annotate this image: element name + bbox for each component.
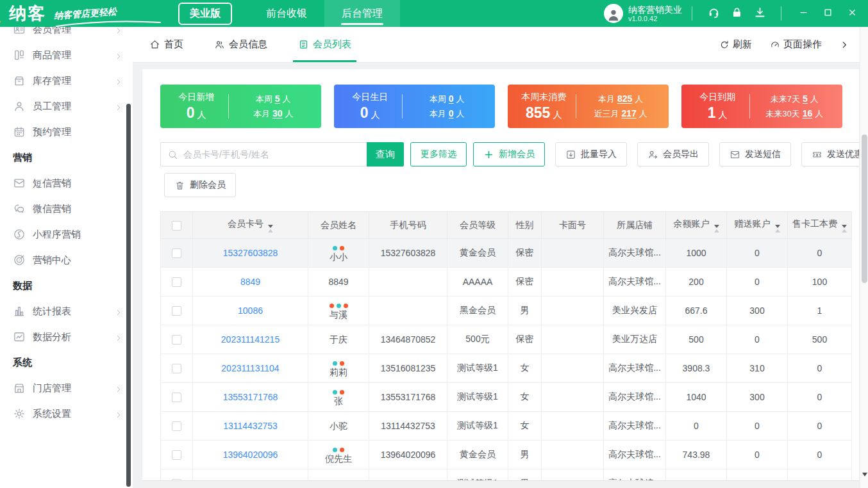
- row-checkbox[interactable]: [172, 421, 181, 431]
- cell-gift: 0: [727, 268, 788, 297]
- row-checkbox[interactable]: [172, 277, 181, 287]
- member-card-link[interactable]: 202311141215: [221, 334, 280, 345]
- cell-store: 高尔夫球馆...: [604, 268, 666, 297]
- cell-store: 高尔夫球馆...: [604, 239, 666, 268]
- lock-button[interactable]: [725, 0, 748, 27]
- col-header-level: 会员等级: [447, 212, 508, 239]
- member-card-link[interactable]: 202311131104: [221, 363, 279, 373]
- sidebar-item-system-settings[interactable]: 系统设置: [0, 401, 133, 427]
- page-actions-label: 页面操作: [783, 38, 822, 51]
- row-checkbox[interactable]: [172, 248, 181, 258]
- tab-member-list[interactable]: 会员列表: [298, 27, 351, 62]
- query-button[interactable]: 查询: [367, 142, 404, 167]
- tag-dot-orange-icon: [330, 304, 334, 308]
- row-checkbox[interactable]: [172, 335, 181, 345]
- sidebar-item-marketing-center[interactable]: 营销中心: [0, 247, 133, 273]
- top-nav-cashier[interactable]: 前台收银: [249, 0, 324, 27]
- tab-home[interactable]: 首页: [149, 27, 183, 62]
- sort-desc-icon[interactable]: [842, 225, 847, 228]
- stat-card-birthday-today[interactable]: 今日生日0人本周0人本月0人: [334, 85, 495, 128]
- sidebar-item-inventory-mgmt[interactable]: 库存管理: [0, 68, 133, 94]
- support-button[interactable]: [702, 0, 725, 27]
- row-checkbox[interactable]: [172, 450, 181, 460]
- cell-gender: 女: [508, 354, 542, 383]
- top-nav-backoffice[interactable]: 后台管理: [324, 0, 400, 27]
- panel-collapse-chevron-icon[interactable]: [840, 40, 849, 49]
- maximize-button[interactable]: [815, 0, 840, 27]
- stat-card-expire-today[interactable]: 今日到期1人未来7天5人未来30天16人: [681, 85, 842, 128]
- member-card-link[interactable]: 13114432753: [223, 421, 278, 431]
- sidebar-item-sms-marketing[interactable]: 短信营销: [0, 170, 133, 196]
- cell-store: 高尔夫球馆...: [604, 441, 666, 469]
- row-checkbox[interactable]: [172, 393, 181, 402]
- sort-asc-icon[interactable]: [842, 229, 847, 232]
- member-export-button[interactable]: 会员导出: [637, 142, 709, 167]
- member-name: 莉莉: [308, 368, 369, 377]
- search-input[interactable]: [183, 149, 360, 159]
- gear-icon: [13, 407, 26, 420]
- sort-asc-icon[interactable]: [775, 229, 780, 232]
- col-header-label: 售卡工本费: [792, 218, 837, 229]
- search-icon: [167, 149, 178, 160]
- col-header-balance[interactable]: 余额账户: [666, 212, 727, 239]
- cell-card-face: [542, 239, 604, 268]
- sort-asc-icon[interactable]: [714, 229, 719, 232]
- sidebar-item-data-analysis[interactable]: 数据分析: [0, 324, 133, 350]
- stat-card-title: 今日新增: [164, 92, 228, 103]
- sort-asc-icon[interactable]: [268, 229, 273, 232]
- delete-member-button[interactable]: 删除会员: [164, 173, 236, 197]
- row-checkbox[interactable]: [172, 306, 181, 316]
- member-tag-dots-icon: [308, 359, 369, 366]
- toolbar-row-2: 删除会员: [160, 173, 842, 197]
- tab-member-info[interactable]: 会员信息: [214, 27, 267, 62]
- sidebar-item-stats-report[interactable]: 统计报表: [0, 298, 133, 324]
- sidebar-item-product-mgmt[interactable]: 商品管理: [0, 42, 133, 68]
- target-icon: [13, 254, 26, 266]
- sidebar-item-member-mgmt[interactable]: 会员管理: [0, 27, 133, 42]
- sort-desc-icon[interactable]: [714, 225, 719, 228]
- send-sms-button[interactable]: 发送短信: [719, 142, 791, 167]
- select-all-checkbox[interactable]: [172, 221, 181, 231]
- vertical-scrollbar-thumb[interactable]: [862, 134, 867, 283]
- member-card-link[interactable]: 13964020096: [223, 450, 278, 460]
- sidebar-item-store-mgmt[interactable]: 门店管理: [0, 375, 133, 401]
- row-checkbox[interactable]: [172, 364, 181, 373]
- member-tag-dots-icon: [308, 388, 369, 394]
- minimize-button[interactable]: [791, 0, 815, 27]
- send-coupon-button[interactable]: 发送优惠券: [801, 142, 859, 167]
- user-info[interactable]: 纳客营销美业 v1.0.0.42: [604, 4, 682, 23]
- scroll-down-arrow-icon[interactable]: [862, 473, 867, 476]
- batch-import-button[interactable]: 批量导入: [555, 142, 627, 167]
- add-member-button[interactable]: 新增会员: [473, 142, 545, 167]
- stat-card-new-today[interactable]: 今日新增0人本周5人本月30人: [160, 85, 321, 128]
- vertical-scrollbar[interactable]: [860, 27, 868, 488]
- refresh-button[interactable]: 刷新: [719, 38, 752, 51]
- member-card-link[interactable]: 8849: [240, 277, 260, 287]
- sidebar-scrollbar[interactable]: [126, 104, 131, 487]
- sidebar-item-miniprogram-marketing[interactable]: 小程序营销: [0, 222, 133, 247]
- member-card-link[interactable]: 10086: [238, 305, 263, 316]
- user-name: 纳客营销美业: [628, 4, 682, 15]
- section-system: 系统: [0, 350, 133, 375]
- sort-desc-icon[interactable]: [268, 225, 273, 228]
- col-header-gift[interactable]: 赠送账户: [727, 212, 788, 239]
- edition-badge[interactable]: 美业版: [178, 3, 232, 25]
- horizontal-scrollbar[interactable]: [142, 480, 859, 488]
- sidebar-item-wechat-marketing[interactable]: 微信营销: [0, 196, 133, 222]
- toolbar: 查询 更多筛选新增会员批量导入会员导出发送短信发送优惠券会员标签: [160, 142, 842, 167]
- sidebar-item-booking-mgmt[interactable]: 预约管理: [0, 119, 133, 145]
- member-card-link[interactable]: 15327603828: [223, 248, 278, 258]
- close-button[interactable]: [840, 0, 864, 27]
- member-card-link[interactable]: 13553171768: [223, 392, 278, 402]
- more-filters-button[interactable]: 更多筛选: [410, 142, 467, 167]
- coupon-icon: [812, 149, 822, 160]
- col-header-card[interactable]: 会员卡号: [193, 212, 308, 239]
- cell-gift: 300: [727, 383, 788, 412]
- sidebar-item-staff-mgmt[interactable]: 员工管理: [0, 94, 133, 119]
- stat-card-no-spend-week[interactable]: 本周未消费855人本月825人近三月217人: [508, 85, 669, 128]
- download-button[interactable]: [748, 0, 771, 27]
- page-actions-button[interactable]: 页面操作: [770, 38, 822, 51]
- search-group: 查询: [160, 142, 404, 167]
- sort-desc-icon[interactable]: [775, 225, 780, 228]
- col-header-fee[interactable]: 售卡工本费: [788, 212, 852, 239]
